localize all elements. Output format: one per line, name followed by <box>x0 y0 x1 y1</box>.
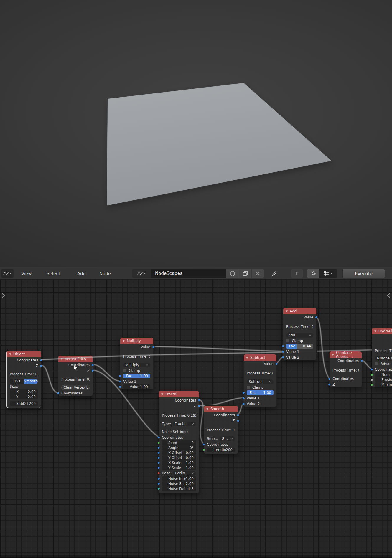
nodetree-selector-cluster: NodeScapes <box>132 269 264 278</box>
chevron-down-icon <box>9 273 11 274</box>
menu-view-label: View <box>21 271 32 276</box>
editor-bottom-edge <box>0 555 392 558</box>
shield-icon <box>230 271 235 276</box>
duplicate-icon <box>243 271 248 276</box>
magnet-icon <box>310 270 316 277</box>
pin-icon <box>271 270 278 277</box>
editor-type-curve-icon <box>3 271 9 276</box>
plane-mesh <box>0 0 392 267</box>
editor-type-button[interactable] <box>1 269 14 278</box>
nodetree-curve-icon <box>137 271 143 276</box>
sidebar-toggle-left[interactable] <box>1 292 6 300</box>
mouse-cursor <box>73 364 80 372</box>
menu-node[interactable]: Node <box>96 267 114 280</box>
menu-view[interactable]: View <box>18 267 35 280</box>
menu-add[interactable]: Add <box>74 267 89 280</box>
node-editor-canvas[interactable]: ▼ObjectCoordinatesZProcess Time: 0.01UVs… <box>0 280 392 558</box>
go-to-parent-button[interactable] <box>291 269 303 278</box>
snap-grid-icon <box>323 270 329 276</box>
chevron-right-icon <box>1 292 6 299</box>
menu-add-label: Add <box>77 271 86 276</box>
viewport-3d <box>0 0 392 267</box>
snap-mode-dropdown[interactable] <box>319 269 337 278</box>
parent-up-icon <box>294 270 300 276</box>
chevron-down-icon <box>144 273 146 274</box>
snap-toggle-button[interactable] <box>307 269 319 278</box>
dragged-link-layer <box>0 280 392 558</box>
node-editor-header: View Select Add Node NodeScapes <box>0 267 392 280</box>
nodetree-selector-button[interactable] <box>132 269 151 278</box>
chevron-left-icon <box>386 292 391 299</box>
fake-user-button[interactable] <box>226 269 239 278</box>
snapping-group <box>307 269 337 278</box>
pin-button[interactable] <box>270 270 279 278</box>
new-copy-button[interactable] <box>239 269 251 278</box>
menu-select[interactable]: Select <box>44 267 63 280</box>
nodetree-name-text: NodeScapes <box>155 271 182 276</box>
execute-label: Execute <box>355 271 373 276</box>
unlink-button[interactable] <box>251 269 264 278</box>
execute-button[interactable]: Execute <box>342 269 385 278</box>
plane-object <box>107 83 332 206</box>
menu-select-label: Select <box>47 271 60 276</box>
chevron-down-icon <box>330 273 333 274</box>
dragged-link-0 <box>41 355 161 360</box>
sidebar-toggle-right[interactable] <box>386 292 391 300</box>
close-icon <box>256 271 260 276</box>
nodetree-name-field[interactable]: NodeScapes <box>151 269 226 278</box>
menu-node-label: Node <box>99 271 111 276</box>
nodetree-action-group <box>226 269 264 278</box>
